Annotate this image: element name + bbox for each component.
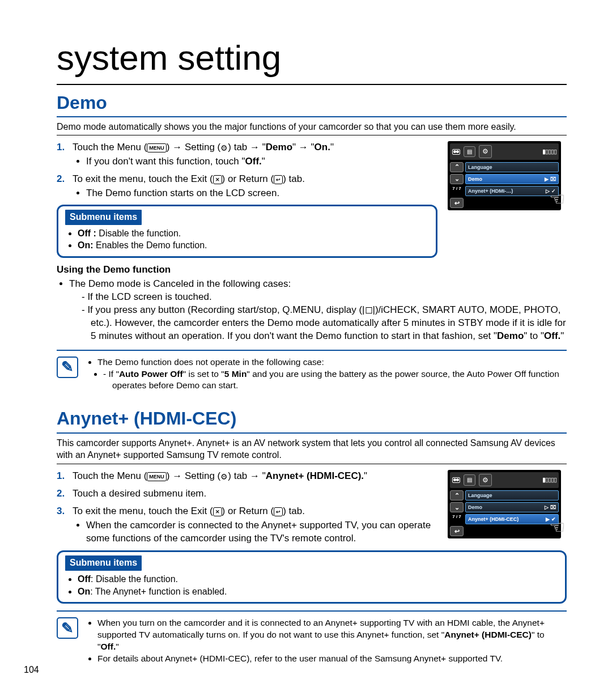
record-icon [452,477,460,483]
gear-icon: ⚙ [220,472,228,481]
demo-note: ✎ The Demo function does not operate in … [57,357,567,392]
lcd-up-button[interactable]: ⌃ [450,162,464,172]
lcd-tab-gear: ⚙ [479,145,492,158]
lcd-down-button[interactable]: ⌄ [450,502,464,512]
page-title: system setting [57,34,567,85]
using-demo-heading: Using the Demo function [57,264,567,277]
return-icon: ↩ [274,175,283,184]
lcd-tab-list: ▤ [464,146,475,158]
anynet-step-1: 1. Touch the Menu (MENU) → Setting (⚙) t… [57,470,437,483]
anynet-note-1: When you turn on the camcorder and it is… [97,617,567,653]
anynet-submenu-on: On: The Anynet+ function is enabled. [78,586,558,598]
anynet-step-3: 3. To exit the menu, touch the Exit (✕) … [57,505,437,545]
menu-icon: MENU [147,472,167,481]
divider [57,350,567,351]
pointer-hand-icon: ☜ [549,515,566,540]
note-icon: ✎ [57,617,78,639]
section-heading-demo: Demo [57,91,567,117]
lcd-down-button[interactable]: ⌄ [450,174,464,184]
demo-submenu-on: On: Enables the Demo function. [78,239,429,252]
lcd-row-demo[interactable]: Demo▷ ⌧ [465,502,559,512]
pointer-hand-icon: ☜ [549,187,566,211]
section-heading-anynet: Anynet+ (HDMI-CEC) [57,406,567,433]
battery-icon: ▮▯▯▯▯ [542,147,556,156]
lcd-up-button[interactable]: ⌃ [450,490,464,500]
divider [57,610,567,612]
lcd-row-language[interactable]: Language [465,162,559,172]
demo-step-2: 2. To exit the menu, touch the Exit (✕) … [57,173,437,200]
lcd-back-button[interactable]: ↩ [450,198,464,208]
anynet-step-2: 2.Touch a desired submenu item. [57,487,437,500]
submenu-label: Submenu items [65,210,142,225]
lcd-page-indicator: 7 / 7 [450,186,464,192]
lcd-page-indicator: 7 / 7 [450,514,464,520]
anynet-submenu-box: Submenu items Off: Disable the function.… [57,550,567,604]
battery-icon: ▮▯▯▯▯ [542,476,556,484]
demo-step-1: 1. Touch the Menu (MENU) → Setting (⚙) t… [57,141,437,168]
anynet-note-2: For details about Anynet+ (HDMI-CEC), re… [97,653,567,665]
anynet-note: ✎ When you turn on the camcorder and it … [57,617,567,665]
demo-submenu-off: Off : Disable the function. [78,227,429,240]
page-number: 104 [24,664,39,676]
return-icon: ↩ [274,507,283,516]
record-icon [452,149,460,155]
lcd-row-language[interactable]: Language [465,490,559,500]
gear-icon: ⚙ [220,143,228,152]
close-icon: ✕ [213,175,222,184]
demo-step-1-sub: If you don't want this function, touch "… [86,155,437,168]
lcd-figure-anynet: ▤ ⚙ ▮▯▯▯▯ ⌃ ⌄ 7 / 7 Language Demo▷ ⌧ Any… [448,470,561,539]
anynet-submenu-off: Off: Disable the function. [78,573,558,586]
submenu-label: Submenu items [65,555,142,571]
using-demo-case-1: If the LCD screen is touched. [82,291,567,304]
anynet-intro: This camcorder supports Anynet+. Anynet+… [57,437,567,464]
note-icon: ✎ [57,357,78,378]
lcd-figure-demo: ▤ ⚙ ▮▯▯▯▯ ⌃ ⌄ 7 / 7 Language Demo▶ ⌧ Any… [448,141,561,210]
menu-icon: MENU [147,143,167,152]
demo-note-lead: The Demo function does not operate in th… [97,357,567,368]
demo-note-case: If "Auto Power Off" is set to "5 Min" an… [103,368,567,392]
lcd-row-demo[interactable]: Demo▶ ⌧ [465,174,559,184]
demo-submenu-box: Submenu items Off : Disable the function… [57,205,437,258]
lcd-tab-gear: ⚙ [479,474,492,486]
lcd-back-button[interactable]: ↩ [450,526,464,536]
lcd-row-anynet[interactable]: Anynet+ (HDMI-…)▷ ✓ [465,186,559,196]
close-icon: ✕ [213,507,222,516]
demo-step-2-sub: The Demo function starts on the LCD scre… [86,187,437,200]
anynet-step-3-sub: When the camcorder is connected to the A… [86,519,437,545]
lcd-tab-list: ▤ [464,474,475,486]
lcd-row-anynet[interactable]: Anynet+ (HDMI-CEC)▶ ✔ [465,514,559,524]
demo-intro: Demo mode automatically shows you the ma… [57,121,567,136]
using-demo-case-2: If you press any button (Recording start… [82,304,567,343]
using-demo-lead: The Demo mode is Canceled in the followi… [69,278,567,343]
